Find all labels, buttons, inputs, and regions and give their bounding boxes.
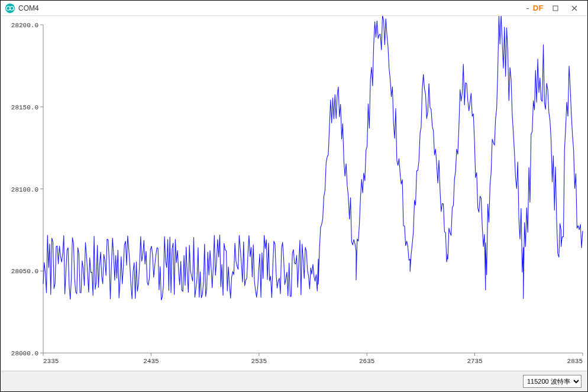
svg-text:2735: 2735: [467, 358, 482, 365]
svg-rect-2: [553, 6, 558, 11]
plot-line: [43, 16, 583, 300]
close-button[interactable]: [566, 2, 583, 14]
svg-text:28200.0: 28200.0: [11, 22, 38, 29]
chart-canvas: 28000.028050.028100.028150.028200.023352…: [1, 16, 588, 371]
window-controls: - DF: [526, 2, 583, 14]
svg-text:28100.0: 28100.0: [11, 186, 38, 193]
svg-text:28050.0: 28050.0: [11, 268, 38, 275]
svg-text:28150.0: 28150.0: [11, 104, 38, 111]
svg-text:2435: 2435: [143, 358, 159, 365]
svg-text:2335: 2335: [43, 358, 59, 365]
df-logo: DF: [533, 4, 544, 12]
svg-text:2535: 2535: [251, 358, 267, 365]
serial-plotter: 28000.028050.028100.028150.028200.023352…: [1, 16, 587, 371]
statusbar: 115200 波特率: [1, 371, 587, 391]
minimize-icon[interactable]: -: [526, 5, 529, 11]
svg-text:2835: 2835: [567, 358, 583, 365]
svg-text:28000.0: 28000.0: [11, 350, 38, 357]
maximize-button[interactable]: [547, 2, 564, 14]
arduino-icon: [5, 4, 15, 13]
window-title: COM4: [18, 4, 39, 12]
svg-text:2635: 2635: [359, 358, 374, 365]
titlebar: COM4 - DF: [1, 1, 587, 16]
baud-rate-select[interactable]: 115200 波特率: [523, 375, 581, 388]
